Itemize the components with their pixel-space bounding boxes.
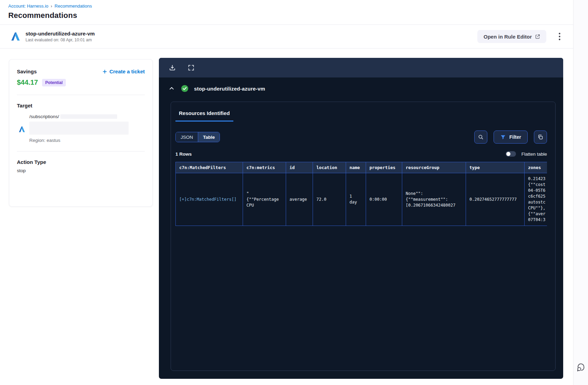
create-ticket-button[interactable]: Create a ticket: [102, 69, 145, 74]
col-header-name: name: [346, 162, 366, 173]
cell-type: 0.20274652777777777: [466, 173, 525, 226]
fullscreen-icon: [187, 64, 195, 71]
external-link-icon: [535, 34, 540, 39]
breadcrumb-separator-icon: ›: [51, 4, 52, 9]
panel-toolbar: [159, 58, 563, 77]
target-path-text: /subscriptions/: [29, 114, 59, 119]
divider: [17, 151, 145, 152]
success-check-icon: [181, 85, 189, 92]
tab-resources-identified[interactable]: Resources Identified: [175, 108, 233, 122]
copy-icon: [537, 134, 544, 140]
cell-metrics: " {""Percentage CPU: [243, 173, 286, 226]
open-rule-editor-label: Open in Rule Editor: [484, 34, 532, 40]
col-header-properties: properties: [366, 162, 402, 173]
matched-filters-expander[interactable]: [+]c7n:MatchedFilters[]: [179, 197, 236, 202]
chat-bubbles-icon: [575, 362, 586, 373]
breadcrumb-account-link[interactable]: Account: Harness.io: [8, 3, 48, 9]
page-title: Recommendations: [8, 11, 565, 20]
table-header-row: c7n:MatchedFilters c7n:metrics id locati…: [176, 162, 547, 173]
azure-icon-small: [18, 126, 26, 133]
create-ticket-label: Create a ticket: [109, 69, 145, 74]
fullscreen-button[interactable]: [186, 63, 195, 72]
view-table-button[interactable]: Table: [198, 132, 220, 142]
savings-potential-badge: Potential: [42, 79, 66, 86]
filter-button[interactable]: Filter: [494, 131, 528, 144]
flatten-table-toggle[interactable]: [506, 151, 516, 157]
filter-label: Filter: [509, 134, 521, 140]
recommendation-header: stop-underutilized-azure-vm Last evaluat…: [0, 25, 573, 49]
redacted-resource-block: [29, 122, 129, 135]
divider: [17, 95, 145, 95]
col-header-resource-group: resourceGroup: [402, 162, 466, 173]
resources-table: c7n:MatchedFilters c7n:metrics id locati…: [175, 162, 547, 226]
target-label: Target: [17, 103, 145, 108]
top-header: Account: Harness.io › Recommendations Re…: [0, 0, 573, 25]
right-rail: [574, 0, 588, 385]
recommendation-name: stop-underutilized-azure-vm: [26, 31, 95, 37]
savings-label: Savings: [17, 69, 37, 74]
flatten-table-label: Flatten table: [521, 152, 547, 157]
download-button[interactable]: [168, 63, 177, 72]
col-header-zones: zones: [525, 162, 547, 173]
panel-recommendation-name: stop-underutilized-azure-vm: [194, 86, 265, 92]
azure-icon: [10, 31, 21, 42]
cell-name: 1 day: [346, 173, 366, 226]
action-type-value: stop: [17, 168, 145, 173]
content-right-divider: [573, 0, 574, 385]
resources-table-container: c7n:MatchedFilters c7n:metrics id locati…: [175, 162, 547, 226]
view-mode-toggle: JSON Table: [175, 132, 220, 142]
search-button[interactable]: [474, 131, 487, 144]
cell-properties: 0:00:00: [366, 173, 402, 226]
breadcrumb: Account: Harness.io › Recommendations: [8, 3, 565, 9]
open-rule-editor-button[interactable]: Open in Rule Editor: [477, 30, 546, 43]
view-json-button[interactable]: JSON: [176, 132, 198, 142]
chat-launcher-button[interactable]: [575, 362, 586, 373]
cell-resource-group: None"": {""measurement"": [0.20671066342…: [402, 173, 466, 226]
breadcrumb-current-link[interactable]: Recommendations: [54, 3, 92, 9]
chevron-up-icon: [169, 85, 175, 92]
table-row: [+]c7n:MatchedFilters[] " {""Percentage …: [176, 173, 547, 226]
panel-title-row: stop-underutilized-azure-vm: [159, 77, 563, 100]
redacted-text-bar: [60, 114, 117, 119]
page: Account: Harness.io › Recommendations Re…: [0, 0, 588, 385]
resources-panel: stop-underutilized-azure-vm Resources Id…: [159, 58, 563, 379]
toggle-knob: [506, 152, 510, 156]
rows-count: 1 Rows: [175, 152, 192, 157]
plus-icon: [102, 69, 107, 74]
cell-zones: 0.21423 {""cost 04-05T6 c6cf625 autostc …: [525, 173, 547, 226]
target-region: Region: eastus: [29, 138, 145, 143]
target-path: /subscriptions/: [29, 114, 145, 119]
details-card: Savings Create a ticket $44.17 Potential…: [9, 59, 153, 207]
savings-amount: $44.17: [17, 79, 38, 86]
download-icon: [169, 64, 176, 72]
filter-funnel-icon: [500, 134, 506, 140]
cell-id: average: [286, 173, 313, 226]
cell-matched-filters: [+]c7n:MatchedFilters[]: [176, 173, 243, 226]
more-options-kebab-button[interactable]: [555, 31, 564, 42]
col-header-metrics: c7n:metrics: [243, 162, 286, 173]
search-icon: [478, 134, 484, 140]
copy-button[interactable]: [534, 131, 547, 144]
col-header-location: location: [313, 162, 346, 173]
cell-location: 72.0: [313, 173, 346, 226]
kebab-icon: [559, 33, 560, 40]
col-header-matched-filters: c7n:MatchedFilters: [176, 162, 243, 173]
col-header-id: id: [286, 162, 313, 173]
resources-identified-card: Resources Identified JSON Table: [171, 102, 556, 371]
col-header-type: type: [466, 162, 525, 173]
action-type-label: Action Type: [17, 159, 145, 165]
collapse-section-button[interactable]: [168, 85, 175, 92]
recommendation-last-evaluated: Last evaluated on: 08 Apr, 10:01 am: [26, 38, 95, 42]
